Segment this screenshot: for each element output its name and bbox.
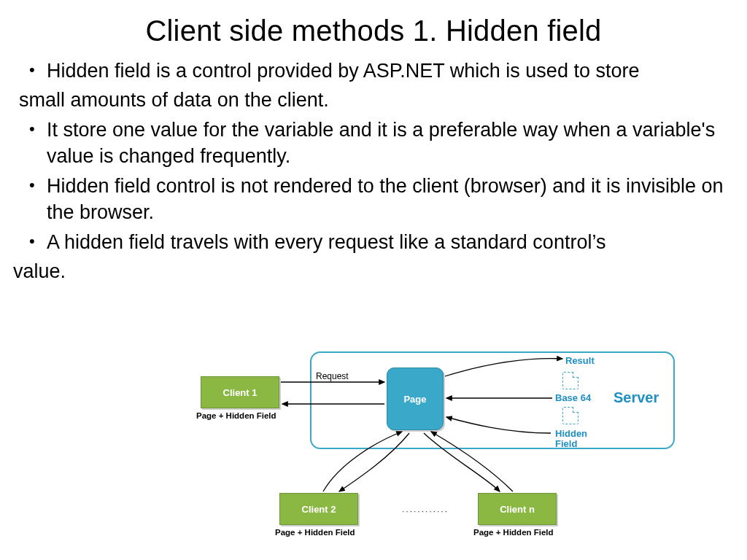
bullet-dot: •	[13, 173, 47, 226]
bullet-dot: •	[13, 117, 47, 170]
bullet-dot: •	[13, 58, 47, 84]
bullet-2-text: It store one value for the variable and …	[47, 117, 734, 170]
bullet-3: • Hidden field control is not rendered t…	[13, 173, 734, 226]
bullet-1: • Hidden field is a control provided by …	[13, 58, 734, 84]
bullet-list: • Hidden field is a control provided by …	[13, 58, 734, 285]
bullet-4-cont: value.	[13, 258, 734, 284]
bullet-dot: •	[13, 229, 47, 255]
slide-title: Client side methods 1. Hidden field	[13, 15, 734, 47]
bullet-1-cont: small amounts of data on the client.	[13, 87, 734, 113]
bullet-3-text: Hidden field control is not rendered to …	[47, 173, 734, 226]
diagram-arrows	[186, 347, 689, 551]
bullet-2: • It store one value for the variable an…	[13, 117, 734, 170]
bullet-4: • A hidden field travels with every requ…	[13, 229, 734, 255]
diagram: Server Page Client 1 Page + Hidden Field…	[186, 347, 689, 551]
bullet-1-text: Hidden field is a control provided by AS…	[47, 58, 734, 84]
bullet-4-text: A hidden field travels with every reques…	[47, 229, 734, 255]
